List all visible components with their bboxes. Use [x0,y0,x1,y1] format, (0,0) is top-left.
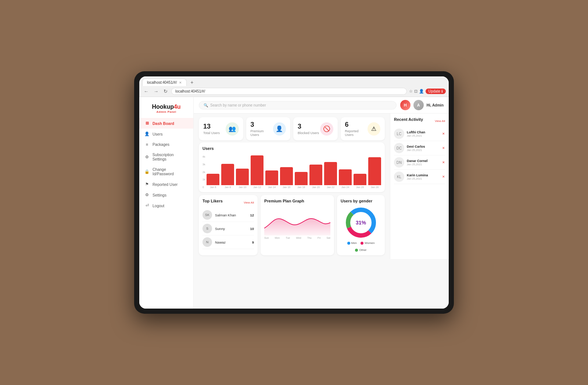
bar-group: Jan 26 [354,174,366,189]
dashboard-icon: ⊞ [144,121,150,126]
sidebar-item-settings[interactable]: ⚙ Settings [139,190,193,200]
charts-area: Users 4k 3k 2k 1k 0 [194,143,390,259]
bar-group: Jan 20 [309,165,322,188]
back-button[interactable]: ← [142,88,150,95]
activity-action-icon[interactable]: ✕ [442,161,445,164]
sidebar-item-change-id[interactable]: 🔒 Change Id/Password [139,164,193,179]
activity-info: Devi Carlos Jan 25,2021 [407,145,440,152]
users-icon: 👤 [144,132,150,136]
recent-activity-view-all[interactable]: View All [435,119,445,123]
bar [295,172,308,185]
y-label: 0 [202,186,205,188]
liker-count: 10 [250,227,254,231]
lock-icon: 🔒 [144,169,150,174]
topbar-right: H A Hi, Admin [400,100,444,110]
women-dot [361,242,363,245]
liker-name: Nawaz [215,240,249,244]
topbar: 🔍 Search by name or phone number H A Hi,… [194,97,449,114]
sidebar-item-label: Settings [153,193,166,197]
sidebar-item-users[interactable]: 👤 Users [139,129,193,139]
activity-info: Lufthi Chan Jan 25,2021 [407,130,440,137]
forward-button[interactable]: → [152,88,160,95]
stat-card-total-users: 13 Total Users 👥 [199,117,243,140]
refresh-button[interactable]: ↻ [162,88,169,95]
sidebar-item-dashboard[interactable]: ⊞ Dash Board [139,118,193,129]
activity-name: Lufthi Chan [407,130,440,134]
recent-activity-title: Recent Activity [394,117,423,122]
premium-plan-title: Premium Plan Graph [264,199,330,203]
bar-chart: Jan 6Jan 8Jan 10Jan 12Jan 14Jan 16Jan 18… [207,155,381,188]
activity-name: Devi Carlos [407,145,440,148]
packages-icon: ≡ [144,142,150,147]
top-likers-card: Top Likers View All SK Salman Khan 12 S … [199,195,258,255]
list-item: SK Salman Khan 12 [202,208,254,222]
activity-action-icon[interactable]: ✕ [442,175,445,179]
recent-activity-header: Recent Activity View All [394,117,445,125]
logout-icon: ⏎ [144,203,150,208]
stat-card-premium-users: 3 Premium Users 👤 [246,117,291,140]
y-label: 4k [202,155,205,158]
bar-label: Jan 10 [239,186,246,188]
top-likers-title: Top Likers [202,199,223,203]
bar-group: Jan 16 [280,167,293,189]
update-button[interactable]: Update ℹ [426,89,446,94]
logo: Hookup4u [144,104,188,110]
y-label: 3k [202,163,205,166]
bar-label: Jan 22 [327,186,334,188]
liker-avatar: N [202,237,212,247]
bar [368,157,381,186]
liker-avatar: S [202,224,212,233]
list-item: S Sunny 10 [202,222,254,235]
y-label: 1k [202,178,205,181]
bookmark-icon[interactable]: ☆ [409,89,413,94]
activity-avatar: KL [394,172,404,182]
new-tab-button[interactable]: + [188,79,196,86]
top-likers-view-all[interactable]: View All [244,201,254,204]
user-avatar: A [413,100,424,110]
sidebar-item-logout[interactable]: ⏎ Logout [139,200,193,211]
bar-label: Jan 12 [253,186,261,188]
stat-value: 3 [298,123,319,130]
bar-group: Jan 22 [324,162,337,188]
legend-men: Men [347,241,357,245]
extension-icon[interactable]: ⊡ [414,89,417,94]
profile-icon[interactable]: 👤 [419,89,424,94]
activity-avatar: DN [394,157,404,168]
activity-date: Jan 25,2021 [407,148,440,152]
bar-label: Jan 28 [371,186,379,188]
sidebar-item-subscription[interactable]: ⚙ Subscription Settings [139,150,193,164]
bar-label: Jan 8 [225,186,231,188]
y-axis: 4k 3k 2k 1k 0 [202,155,205,188]
bar-label: Jan 24 [341,186,349,188]
bar-group: Jan 14 [265,170,278,189]
sidebar-item-label: Subscription Settings [153,152,188,161]
list-item: KL Karin Lumina Jan 25,2021 ✕ [394,170,445,184]
app-icon: H [400,100,410,110]
liker-name: Salman Khan [215,213,247,217]
browser-tab[interactable]: localhost:40451/#/ ✕ [142,79,187,86]
activity-avatar: DC [394,143,404,153]
recent-activity-panel: Recent Activity View All LC Lufthi Chan … [390,114,449,259]
address-bar[interactable]: localhost:40451/#/ [171,88,407,95]
gender-chart-card: Users by gender [337,195,385,255]
sidebar-item-label: Logout [153,204,164,208]
search-box[interactable]: 🔍 Search by name or phone number [199,101,397,109]
activity-date: Jan 25,2021 [407,134,440,137]
bar-group: Jan 12 [251,155,263,188]
stat-label: Blocked Users [298,131,319,135]
browser-tabs: localhost:40451/#/ ✕ + [139,76,449,86]
bar-group: Jan 18 [295,172,308,188]
activity-action-icon[interactable]: ✕ [442,146,445,150]
bar [207,174,219,186]
sidebar-item-reported[interactable]: ⚑ Reported User [139,179,193,190]
bar-group: Jan 10 [236,169,249,188]
tab-close-icon[interactable]: ✕ [179,81,182,84]
activity-action-icon[interactable]: ✕ [442,132,445,136]
sidebar-item-packages[interactable]: ≡ Packages [139,139,193,150]
stat-icon: 👥 [226,122,239,136]
activity-name: Danar Cornel [407,159,440,163]
stat-icon: 🚫 [320,122,333,136]
legend-women: Women [361,241,374,245]
bar [280,167,293,186]
liker-name: Sunny [215,227,247,231]
